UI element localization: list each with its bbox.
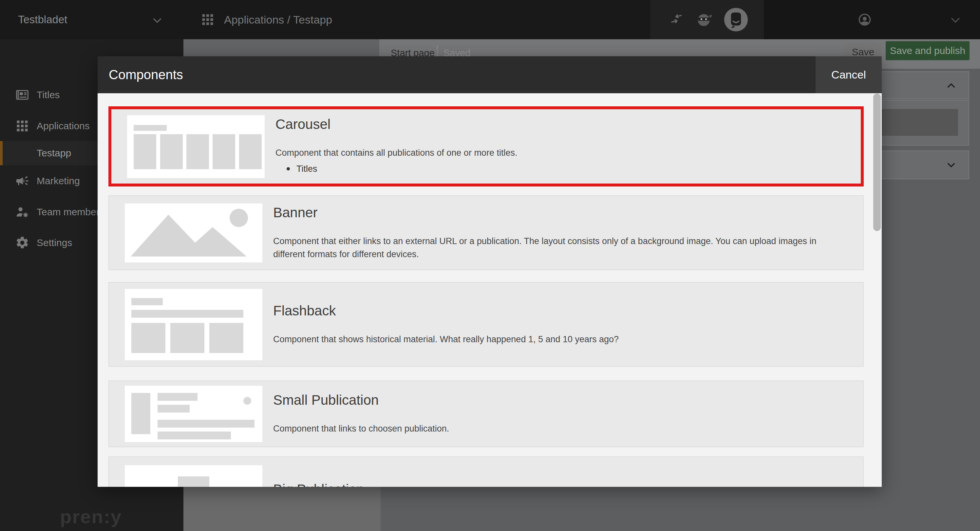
thumb-bar: [158, 420, 255, 428]
thumb-bar: [158, 405, 189, 412]
banner-thumbnail: [125, 203, 262, 262]
flashback-thumbnail: [125, 289, 262, 360]
sidebar-item-label: Settings: [37, 237, 72, 248]
grid-icon: [200, 13, 215, 27]
thumb-cover: [131, 393, 150, 434]
component-title: Small Publication: [273, 392, 830, 408]
thumb-dot: [243, 397, 251, 405]
team-icon: [15, 205, 29, 219]
components-modal: Components Cancel Carousel Component tha…: [98, 56, 882, 487]
chevron-down-icon[interactable]: [946, 160, 956, 170]
component-title: Carousel: [275, 116, 832, 132]
breadcrumb-text: Applications / Testapp: [224, 13, 332, 26]
component-bullet-list: Titles: [275, 162, 832, 176]
big-publication-thumbnail: [125, 465, 262, 487]
thumb-tile: [186, 134, 209, 169]
cancel-button[interactable]: Cancel: [816, 56, 882, 93]
thumb-tile: [131, 323, 165, 353]
grid-icon: [15, 119, 29, 133]
megaphone-icon: [15, 174, 29, 188]
prenly-logo: pren:y: [60, 506, 122, 528]
image-placeholder-icon: [125, 203, 262, 262]
thumb-bar: [158, 393, 197, 401]
thumb-cover: [178, 476, 209, 487]
component-card-carousel[interactable]: Carousel Component that contains all pub…: [108, 106, 864, 187]
workspace-name: Testbladet: [18, 0, 67, 39]
thumb-bar: [158, 431, 231, 439]
component-description: Component that links to choosen publicat…: [273, 422, 830, 435]
component-description: Component that shows historical material…: [273, 333, 830, 346]
small-publication-thumbnail: [125, 386, 262, 442]
component-card-banner[interactable]: Banner Component that either links to an…: [108, 195, 864, 270]
account-icon[interactable]: [858, 13, 872, 27]
newspaper-icon: [15, 88, 29, 102]
chevron-down-icon: [151, 14, 163, 26]
thumb-tile: [160, 134, 183, 169]
component-info: Banner Component that either links to an…: [273, 205, 830, 260]
thumb-tile: [134, 134, 156, 169]
page-background-dimmed: [380, 487, 882, 531]
thumb-tile: [239, 134, 262, 169]
thumb-bar: [131, 298, 163, 305]
modal-header: Components Cancel: [98, 56, 882, 93]
thumb-tile: [209, 323, 243, 353]
sidebar-item-label: Testapp: [37, 147, 71, 159]
bullet-item: Titles: [275, 162, 832, 176]
settings-panel-dimmed: [882, 69, 980, 531]
carousel-thumbnail: [127, 115, 265, 178]
thumb-tile: [170, 323, 204, 353]
topbar-right-section: [764, 0, 980, 39]
component-card-flashback[interactable]: Flashback Component that shows historica…: [108, 282, 864, 367]
sidebar-item-label: Applications: [37, 120, 90, 132]
chevron-down-icon[interactable]: [949, 14, 962, 26]
thumb-bar: [131, 310, 243, 318]
workspace-switcher[interactable]: Testbladet: [0, 0, 183, 39]
modal-title: Components: [109, 56, 183, 93]
sidebar-item-label: Marketing: [37, 175, 80, 187]
component-title: Big Publication: [273, 482, 830, 487]
app-root: Testbladet Applications / Testapp: [0, 0, 980, 531]
component-description: Component that contains all publications…: [275, 147, 832, 159]
page-list-dimmed: [183, 487, 380, 531]
component-description: Component that either links to an extern…: [273, 235, 830, 260]
top-bar: Testbladet Applications / Testapp: [0, 0, 980, 39]
chevron-up-icon[interactable]: [946, 81, 956, 91]
component-info: Small Publication Component that links t…: [273, 392, 830, 435]
ninja-icon[interactable]: [695, 11, 713, 29]
sidebar-item-label: Titles: [37, 89, 60, 100]
save-and-publish-button[interactable]: Save and publish: [886, 41, 969, 60]
component-info: Carousel Component that contains all pub…: [275, 116, 832, 176]
breadcrumb: Applications / Testapp: [200, 0, 332, 39]
component-info: Flashback Component that shows historica…: [273, 303, 830, 346]
modal-scrollbar-thumb[interactable]: [873, 94, 881, 231]
component-title: Flashback: [273, 303, 830, 319]
component-info: Big Publication: [273, 482, 830, 487]
thumb-bar: [134, 125, 167, 131]
component-card-small-publication[interactable]: Small Publication Component that links t…: [108, 380, 864, 447]
component-title: Banner: [273, 205, 830, 220]
support-chat-icon[interactable]: [724, 7, 748, 32]
component-card-big-publication[interactable]: Big Publication: [108, 457, 864, 487]
thumb-tile: [213, 134, 235, 169]
gear-icon: [15, 236, 29, 250]
sidebar-item-label: Team members: [37, 206, 105, 217]
preview-block: [882, 109, 958, 136]
